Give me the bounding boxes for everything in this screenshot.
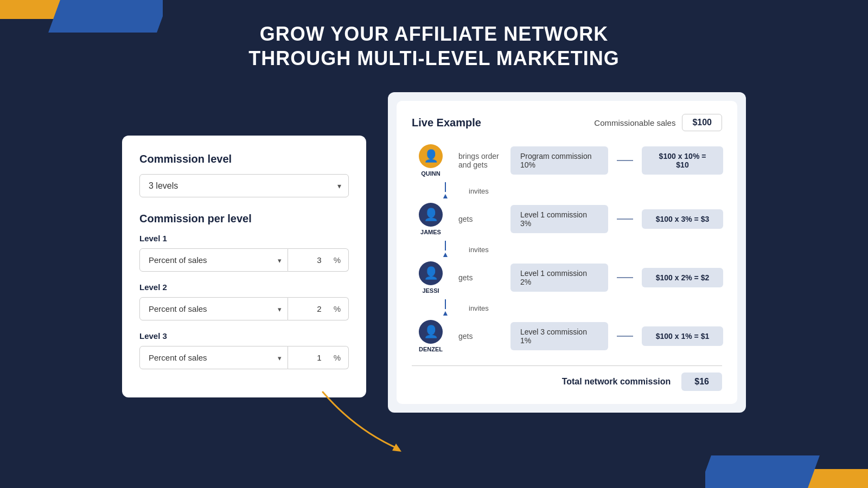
total-label: Total network commission (562, 377, 671, 387)
invites-3-arrow-icon: ▲ (442, 299, 449, 317)
denzel-row: 👤 DENZEL gets Level 3 commission 1% $100… (412, 320, 722, 352)
jessi-name: JESSI (422, 287, 439, 294)
jessi-commission-badge: Level 1 commission 2% (510, 264, 608, 292)
denzel-action: gets (458, 332, 502, 341)
svg-marker-0 (392, 444, 401, 452)
commission-per-level-label: Commission per level (139, 213, 349, 225)
level-3-value-input[interactable] (288, 346, 326, 369)
total-row: Total network commission $16 (412, 373, 722, 391)
level-2-unit: % (326, 297, 349, 320)
denzel-name: DENZEL (419, 346, 443, 352)
denzel-result: $100 x 1% = $1 (642, 326, 723, 346)
quinn-connector (617, 160, 633, 161)
total-divider (412, 365, 722, 366)
invites-1-arrow-col: ▲ (426, 182, 464, 200)
commission-settings-panel: Commission level 3 levels 1 level 2 leve… (122, 136, 366, 397)
invites-3-arrow-col: ▲ (426, 299, 464, 317)
level-1-type-wrapper: Percent of sales Fixed amount ▾ (139, 248, 288, 272)
jessi-action: gets (458, 273, 502, 282)
quinn-action: brings order and gets (458, 152, 502, 169)
quinn-avatar: 👤 (419, 144, 443, 168)
invites-3-row: ▲ invites (426, 298, 722, 318)
level-3-type-select[interactable]: Percent of sales Fixed amount (139, 346, 288, 369)
level-3-label: Level 3 (139, 331, 349, 341)
quinn-result: $100 x 10% = $10 (642, 146, 723, 175)
level-2-label: Level 2 (139, 282, 349, 292)
james-avatar: 👤 (419, 203, 443, 227)
jessi-avatar-icon: 👤 (424, 266, 438, 280)
denzel-avatar: 👤 (419, 320, 443, 344)
live-example-panel: Live Example Commissionable sales $100 👤 (388, 92, 746, 413)
commission-level-label: Commission level (139, 153, 349, 165)
quinn-avatar-icon: 👤 (424, 149, 438, 163)
commission-level-select[interactable]: 3 levels 1 level 2 levels 4 levels 5 lev… (139, 174, 349, 197)
jessi-connector (617, 277, 633, 278)
level-1-unit: % (326, 248, 349, 272)
people-section: 👤 QUINN brings order and gets Program co… (412, 144, 722, 391)
corner-decoration-br (705, 455, 868, 488)
denzel-avatar-icon: 👤 (424, 325, 438, 339)
jessi-result: $100 x 2% = $2 (642, 268, 723, 287)
denzel-person-col: 👤 DENZEL (412, 320, 450, 352)
invites-2-arrow-icon: ▲ (442, 241, 449, 258)
invites-1-label: invites (469, 187, 489, 195)
james-row: 👤 JAMES gets Level 1 commission 3% $100 … (412, 203, 722, 235)
jessi-avatar: 👤 (419, 261, 443, 285)
level-3-unit: % (326, 346, 349, 369)
commission-level-select-wrapper: 3 levels 1 level 2 levels 4 levels 5 lev… (139, 174, 349, 197)
jessi-person-col: 👤 JESSI (412, 261, 450, 294)
james-connector (617, 219, 633, 220)
level-2-type-select[interactable]: Percent of sales Fixed amount (139, 297, 288, 320)
level-1-type-select[interactable]: Percent of sales Fixed amount (139, 248, 288, 272)
level-1-label: Level 1 (139, 234, 349, 243)
commissionable-value: $100 (682, 114, 722, 131)
live-example-title: Live Example (412, 117, 481, 129)
level-2-value-input[interactable] (288, 297, 326, 320)
james-commission-badge: Level 1 commission 3% (510, 205, 608, 233)
level-1-value-input[interactable] (288, 248, 326, 272)
james-person-col: 👤 JAMES (412, 203, 450, 235)
james-action: gets (458, 215, 502, 223)
page-title: GROW YOUR AFFILIATE NETWORK THROUGH MULT… (248, 22, 620, 70)
quinn-row: 👤 QUINN brings order and gets Program co… (412, 144, 722, 177)
denzel-commission-badge: Level 3 commission 1% (510, 322, 608, 350)
level-2-row: Percent of sales Fixed amount ▾ % (139, 297, 349, 320)
james-result: $100 x 3% = $3 (642, 209, 723, 229)
commissionable-block: Commissionable sales $100 (594, 114, 722, 131)
invites-2-row: ▲ invites (426, 240, 722, 259)
level-3-type-wrapper: Percent of sales Fixed amount ▾ (139, 346, 288, 369)
live-example-header: Live Example Commissionable sales $100 (412, 114, 722, 131)
total-value: $16 (681, 373, 722, 391)
level-1-row: Percent of sales Fixed amount ▾ % (139, 248, 349, 272)
james-avatar-icon: 👤 (424, 208, 438, 222)
arrow-icon (312, 387, 410, 457)
invites-3-label: invites (469, 304, 489, 312)
commissionable-label: Commissionable sales (594, 118, 675, 127)
denzel-connector (617, 336, 633, 337)
invites-2-arrow-col: ▲ (426, 241, 464, 258)
jessi-row: 👤 JESSI gets Level 1 commission 2% $100 … (412, 261, 722, 294)
quinn-commission-badge: Program commission 10% (510, 146, 608, 175)
level-3-row: Percent of sales Fixed amount ▾ % (139, 346, 349, 369)
james-name: JAMES (420, 229, 441, 235)
level-2-type-wrapper: Percent of sales Fixed amount ▾ (139, 297, 288, 320)
invites-1-arrow-icon: ▲ (442, 182, 449, 200)
invites-2-label: invites (469, 246, 489, 254)
quinn-name: QUINN (421, 170, 440, 177)
invites-1-row: ▲ invites (426, 181, 722, 201)
quinn-person-col: 👤 QUINN (412, 144, 450, 177)
